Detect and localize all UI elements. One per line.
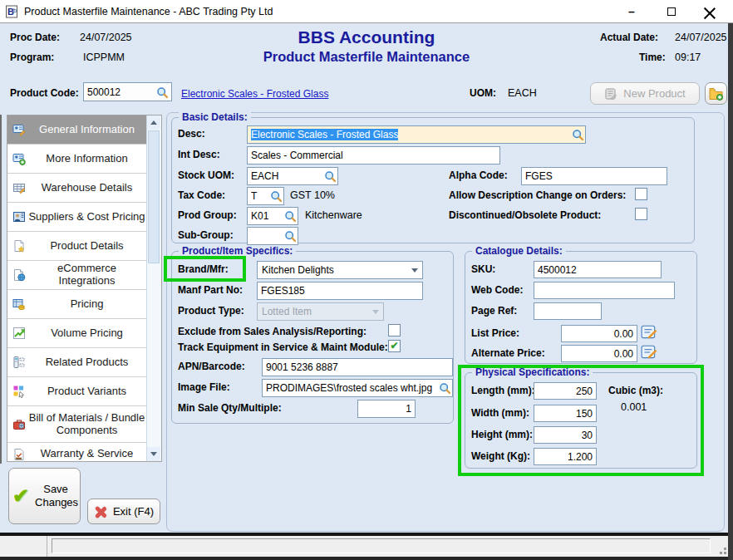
app-icon: B b xyxy=(6,5,19,18)
list-price-edit-icon[interactable] xyxy=(641,324,657,341)
desc-search-icon[interactable] xyxy=(572,129,584,141)
new-product-label: New Product xyxy=(623,87,685,100)
sidebar-item-ecommerce-integrations[interactable]: eCommerce Integrations xyxy=(7,261,147,290)
track-equipment-checkbox[interactable] xyxy=(388,340,401,352)
exclude-sales-checkbox[interactable] xyxy=(388,324,401,336)
sidebar-item-bill-of-materials[interactable]: Bill of Materials / Bundle Components xyxy=(7,406,147,443)
height-input[interactable] xyxy=(534,426,597,444)
pricing-icon xyxy=(10,297,28,311)
exit-button[interactable]: Exit (F4) xyxy=(87,499,160,524)
brand-mfr-value: Kitchen Delights xyxy=(262,264,334,276)
status-cell xyxy=(0,536,47,557)
suppliers-icon xyxy=(10,210,28,224)
min-sale-input[interactable] xyxy=(357,400,416,418)
sidebar-scrollbar[interactable] xyxy=(146,115,161,461)
minimize-button[interactable]: – xyxy=(613,0,650,22)
sidebar-item-product-details[interactable]: Product Details xyxy=(7,232,147,261)
manf-part-input[interactable] xyxy=(257,282,423,300)
sidebar-item-warranty-service[interactable]: Warranty & Service xyxy=(7,443,147,462)
int-desc-input[interactable] xyxy=(247,146,500,165)
scroll-down-icon xyxy=(150,452,157,456)
brand-mfr-label: Brand/Mfr: xyxy=(178,263,229,275)
sub-group-search-icon[interactable] xyxy=(284,230,297,243)
save-changes-button[interactable]: ✔ Save Changes xyxy=(8,468,81,524)
physical-specs-group: Physical Specifications: Length (mm): Cu… xyxy=(465,372,697,469)
product-description-link[interactable]: Electronic Scales - Frosted Glass xyxy=(181,88,328,100)
maximize-button[interactable] xyxy=(653,0,690,22)
sidebar-item-suppliers-cost-pricing[interactable]: Suppliers & Cost Pricing xyxy=(7,203,147,232)
apn-barcode-input[interactable] xyxy=(262,358,453,376)
alpha-code-label: Alpha Code: xyxy=(449,169,508,181)
width-input[interactable] xyxy=(534,405,597,422)
title-bar: B b Product Masterfile Maintenance - ABC… xyxy=(0,0,733,23)
image-file-input[interactable]: PRODIMAGES\frosted scales wht.jpg xyxy=(262,379,453,397)
tax-code-value: T xyxy=(251,190,257,202)
volume-pricing-icon xyxy=(10,327,28,340)
product-code-label: Product Code: xyxy=(10,87,79,99)
sidebar-item-pricing[interactable]: Pricing xyxy=(7,290,147,319)
stock-uom-search-icon[interactable] xyxy=(324,170,337,183)
sku-label: SKU: xyxy=(471,263,495,275)
alt-price-input[interactable] xyxy=(561,345,637,362)
product-type-dropdown[interactable]: Lotted Item xyxy=(257,302,384,321)
folder-add-icon xyxy=(708,86,724,101)
product-code-input[interactable]: 500012 xyxy=(83,82,172,101)
new-product-button[interactable]: New Product xyxy=(590,82,700,105)
web-code-input[interactable] xyxy=(534,282,675,299)
sidebar-item-general-information[interactable]: General Information xyxy=(7,115,147,145)
alt-price-edit-icon[interactable] xyxy=(641,344,657,361)
sidebar-item-label: Warranty & Service xyxy=(28,448,147,460)
scroll-down-button[interactable] xyxy=(147,447,160,461)
close-button[interactable] xyxy=(691,0,728,22)
sku-input[interactable] xyxy=(534,261,662,278)
item-specifics-title: Product/Item Specifics: xyxy=(179,245,296,257)
screen-title: Product Masterfile Maintenance xyxy=(0,49,733,65)
add-folder-button[interactable] xyxy=(705,82,727,105)
brand-mfr-dropdown[interactable]: Kitchen Delights xyxy=(257,261,423,279)
sidebar-item-volume-pricing[interactable]: Volume Pricing xyxy=(7,319,147,348)
weight-input[interactable] xyxy=(534,448,597,465)
tax-code-input[interactable]: T xyxy=(247,187,284,205)
main-panel: Basic Details: Desc: Electronic Scales -… xyxy=(166,112,725,532)
product-type-value: Lotted Item xyxy=(262,306,312,317)
discontinued-checkbox[interactable] xyxy=(635,208,647,220)
cubic-value: 0.001 xyxy=(621,401,647,413)
length-input[interactable] xyxy=(534,382,597,400)
sidebar-item-warehouse-details[interactable]: Warehouse Details xyxy=(7,174,147,203)
basic-details-title: Basic Details: xyxy=(179,111,251,123)
page-ref-input[interactable] xyxy=(534,302,602,320)
prod-group-search-icon[interactable] xyxy=(284,210,297,223)
warranty-service-icon xyxy=(10,448,28,461)
sidebar-item-more-information[interactable]: More Information xyxy=(7,145,147,174)
tax-code-search-icon[interactable] xyxy=(270,190,283,203)
sidebar-item-label: Related Products xyxy=(28,356,147,369)
exclude-sales-label: Exclude from Sales Analysis/Reporting: xyxy=(178,326,366,337)
sidebar-item-label: More Information xyxy=(28,153,147,165)
allow-desc-change-checkbox[interactable] xyxy=(635,188,647,200)
warehouse-details-icon xyxy=(10,181,28,194)
prod-group-input[interactable]: K01 xyxy=(247,207,298,225)
sub-group-input[interactable] xyxy=(247,227,298,245)
alpha-code-input[interactable] xyxy=(521,167,667,185)
stock-uom-input[interactable]: EACH xyxy=(247,167,338,185)
prod-group-label: Prod Group: xyxy=(178,209,237,221)
uom-label: UOM: xyxy=(470,87,496,99)
list-price-input[interactable] xyxy=(561,325,637,342)
desc-label: Desc: xyxy=(178,128,205,140)
sidebar-item-product-variants[interactable]: Product Variants xyxy=(7,377,147,406)
desktop-edge xyxy=(728,23,733,560)
chevron-down-icon xyxy=(372,310,379,314)
exit-label: Exit (F4) xyxy=(113,505,154,518)
sidebar-item-label: Suppliers & Cost Pricing xyxy=(28,211,147,224)
product-code-search-icon[interactable] xyxy=(156,86,169,99)
taskbar-edge xyxy=(0,557,733,560)
sidebar-item-label: Volume Pricing xyxy=(28,327,147,340)
more-information-icon xyxy=(10,152,28,165)
scroll-up-button[interactable] xyxy=(147,115,160,130)
image-file-search-icon[interactable] xyxy=(439,382,451,395)
sidebar-item-related-products[interactable]: Related Products xyxy=(7,348,147,377)
save-changes-label: Save Changes xyxy=(35,483,76,510)
length-label: Length (mm): xyxy=(471,385,535,396)
scrollbar-thumb[interactable] xyxy=(148,130,160,263)
desc-input[interactable]: Electronic Scales - Frosted Glass xyxy=(247,125,586,144)
